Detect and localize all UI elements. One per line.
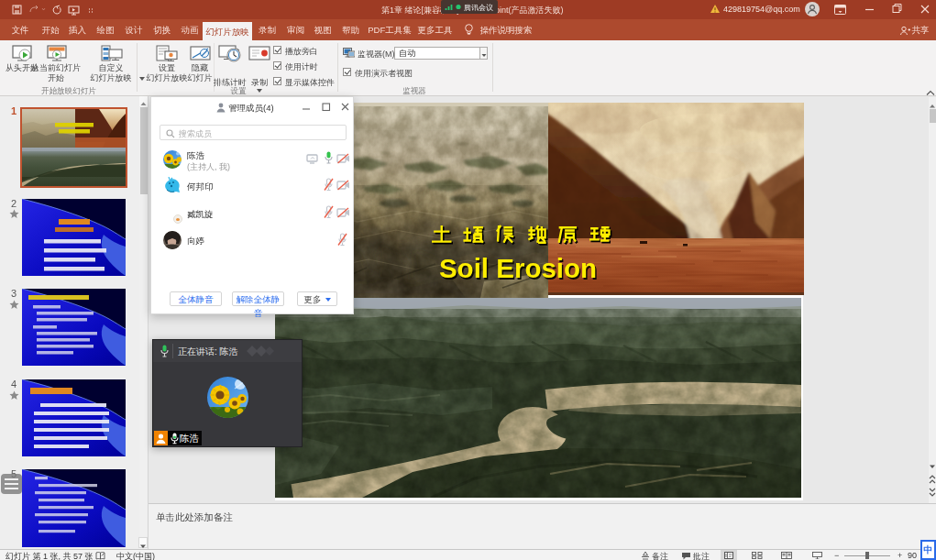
svg-text:Soil Erosion: Soil Erosion bbox=[439, 253, 597, 283]
